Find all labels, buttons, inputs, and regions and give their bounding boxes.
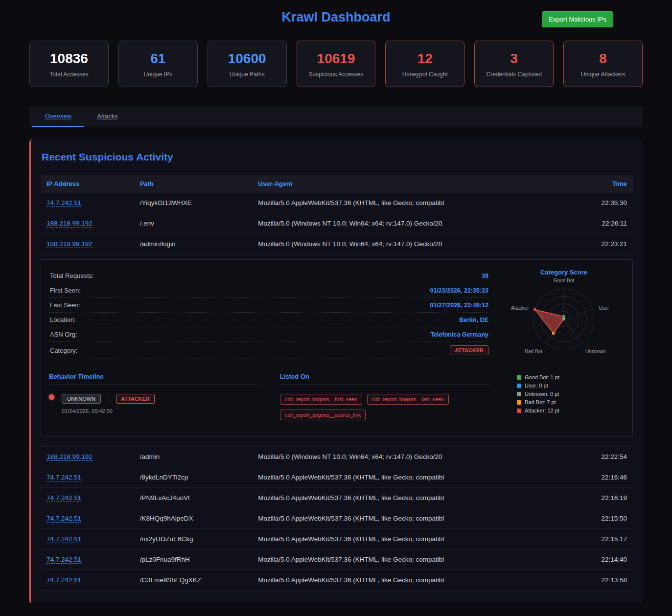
ip-detail-box: Total Requests: 39 First Seen: 01/23/202… (41, 259, 633, 436)
field-label: First Seen: (50, 287, 81, 294)
cell-user-agent: Mozilla/5.0 AppleWebKit/537.36 (KHTML, l… (252, 508, 572, 529)
krawl-dashboard: Krawl Dashboard Export Malicious IPs 108… (0, 0, 672, 603)
stat-value: 12 (389, 51, 461, 67)
radar-legend-item: Attacker: 12 pt (517, 408, 625, 413)
field-value: Telefonica Germany (430, 331, 488, 338)
cell-ip: 74.7.242.51 (41, 467, 134, 488)
cell-path: /YiqykGI13WHXE (134, 193, 253, 213)
table-row[interactable]: 74.7.242.51/YiqykGI13WHXEMozilla/5.0 App… (41, 193, 633, 213)
tab-overview[interactable]: Overview (32, 107, 84, 127)
cell-path: /nx2yUOZuE6Ckg (134, 529, 253, 549)
cell-ip: 74.7.242.51 (41, 529, 134, 549)
cell-ip: 74.7.242.51 (41, 570, 134, 591)
ip-link[interactable]: 188.218.99.192 (46, 220, 93, 228)
field-value: 01/27/2026, 22:48:12 (430, 302, 488, 309)
legend-swatch-icon (517, 375, 521, 380)
table-row[interactable]: 188.218.99.192/admin/loginMozilla/5.0 (W… (41, 234, 633, 254)
cell-path: /.env (134, 213, 253, 234)
cell-user-agent: Mozilla/5.0 AppleWebKit/537.36 (KHTML, l… (252, 467, 572, 488)
legend-swatch-icon (517, 384, 521, 388)
timeline-from-badge: UNKNOWN (62, 394, 101, 404)
legend-label: Unknown: 0 pt (525, 391, 559, 397)
cell-ip: 74.7.242.51 (41, 508, 134, 529)
recent-suspicious-activity-panel: Recent Suspicious Activity IP AddressPat… (29, 139, 643, 603)
timeline-transition: UNKNOWN → ATTACKER (62, 394, 258, 404)
cell-ip: 74.7.242.51 (41, 488, 134, 508)
stat-label: Total Accesses (33, 71, 105, 78)
field-value: Berlin, DE (459, 317, 488, 323)
detail-field-first-seen: First Seen: 01/23/2026, 22:35:23 (49, 283, 489, 298)
stat-card-total-accesses: 10836Total Accesses (29, 41, 109, 87)
listed-on-badges: cidr_report_bogons__first_seen cidr_repo… (280, 394, 489, 425)
cell-path: /PN9LvAcJ4uoVf (134, 488, 253, 508)
stat-card-unique-paths: 10600Unique Paths (208, 41, 287, 87)
table-row[interactable]: 74.7.242.51/pLz0Fnua9fRhHMozilla/5.0 App… (41, 549, 633, 570)
legend-label: Good Bot: 1 pt (525, 374, 559, 380)
ip-link[interactable]: 74.7.242.51 (46, 576, 81, 584)
ip-link[interactable]: 74.7.242.51 (46, 199, 81, 207)
blocklist-badge[interactable]: cidr_report_bogons__source_link (280, 410, 366, 420)
field-value: 39 (482, 273, 488, 279)
ip-link[interactable]: 74.7.242.51 (46, 535, 81, 543)
stat-label: Credentials Captured (478, 71, 550, 78)
table-row[interactable]: 188.218.99.192/adminMozilla/5.0 (Windows… (41, 447, 633, 467)
legend-label: User: 0 pt (525, 383, 548, 388)
cell-user-agent: Mozilla/5.0 AppleWebKit/537.36 (KHTML, l… (252, 488, 572, 508)
table-row[interactable]: 74.7.242.51/PN9LvAcJ4uoVfMozilla/5.0 App… (41, 488, 633, 508)
cell-path: /8ykdLnDYTi2cp (134, 467, 253, 488)
legend-swatch-icon (517, 409, 521, 413)
ip-link[interactable]: 188.218.99.192 (46, 240, 93, 248)
field-label: Last Seen: (50, 301, 80, 309)
category-badge: ATTACKER (450, 345, 488, 355)
table-row[interactable]: 74.7.242.51/8ykdLnDYTi2cpMozilla/5.0 App… (41, 467, 633, 488)
cell-user-agent: Mozilla/5.0 AppleWebKit/537.36 (KHTML, l… (252, 549, 572, 570)
stat-value: 10836 (33, 51, 105, 67)
radar-legend: Good Bot: 1 ptUser: 0 ptUnknown: 0 ptBad… (517, 374, 625, 413)
cell-path: /K8HQq9hAipeDX (134, 508, 253, 529)
export-malicious-ips-button[interactable]: Export Malicious IPs (542, 11, 613, 27)
field-label: Total Requests: (50, 272, 94, 279)
table-row[interactable]: 74.7.242.51/nx2yUOZuE6CkgMozilla/5.0 App… (41, 529, 633, 549)
behavior-timeline: Behavior Timeline UNKNOWN → ATTACKER (49, 373, 258, 425)
table-row[interactable]: 188.218.99.192/.envMozilla/5.0 (Windows … (41, 213, 633, 234)
timeline-dot-icon (49, 394, 54, 400)
detail-field-total-requests: Total Requests: 39 (49, 269, 489, 283)
stat-card-suspicious-accesses: 10619Suspicious Accesses (297, 41, 376, 87)
ip-link[interactable]: 74.7.242.51 (46, 515, 81, 523)
svg-text:Good Bot: Good Bot (554, 278, 574, 283)
legend-swatch-icon (517, 392, 521, 396)
blocklist-badge[interactable]: cidr_report_bogons__first_seen (280, 394, 362, 405)
blocklist-badge[interactable]: cidr_report_bogons__last_seen (367, 394, 449, 405)
column-header-user-agent: User-Agent (252, 175, 572, 193)
radar-legend-item: User: 0 pt (517, 383, 625, 388)
ip-link[interactable]: 74.7.242.51 (46, 494, 81, 502)
cell-path: /pLz0Fnua9fRhH (134, 549, 253, 570)
svg-text:Bad Bot: Bad Bot (525, 349, 542, 354)
legend-label: Attacker: 12 pt (525, 408, 559, 413)
cell-user-agent: Mozilla/5.0 (Windows NT 10.0; Win64; x64… (252, 447, 572, 467)
ip-link[interactable]: 74.7.242.51 (46, 474, 81, 481)
stat-label: Honeypot Caught (389, 71, 461, 78)
suspicious-activity-table: IP AddressPathUser-AgentTime 74.7.242.51… (41, 175, 633, 591)
ip-link[interactable]: 188.218.99.192 (46, 453, 93, 461)
svg-text:Unknown: Unknown (585, 349, 606, 354)
table-header: IP AddressPathUser-AgentTime (41, 175, 633, 193)
ip-link[interactable]: 74.7.242.51 (46, 556, 81, 564)
cell-time: 22:26:11 (572, 213, 633, 234)
legend-label: Bad Bot: 7 pt (525, 399, 556, 405)
tab-attacks[interactable]: Attacks (84, 107, 131, 127)
detail-field-category: Category: ATTACKER (49, 342, 489, 359)
cell-user-agent: Mozilla/5.0 AppleWebKit/537.36 (KHTML, l… (252, 193, 572, 213)
table-row[interactable]: 74.7.242.51/G3Lme9ShEQgXKZMozilla/5.0 Ap… (41, 570, 633, 591)
radar-legend-item: Unknown: 0 pt (517, 391, 625, 397)
stat-value: 3 (478, 51, 550, 67)
cell-time: 22:13:58 (572, 570, 633, 591)
svg-text:Attacker: Attacker (511, 305, 529, 311)
stat-value: 10600 (211, 51, 283, 67)
field-label: Category: (50, 347, 77, 354)
cell-path: /admin/login (134, 234, 253, 254)
detail-field-last-seen: Last Seen: 01/27/2026, 22:48:12 (49, 298, 489, 313)
table-row[interactable]: 74.7.242.51/K8HQq9hAipeDXMozilla/5.0 App… (41, 508, 633, 529)
cell-time: 22:35:30 (572, 193, 633, 213)
cell-path: /admin (134, 447, 253, 467)
